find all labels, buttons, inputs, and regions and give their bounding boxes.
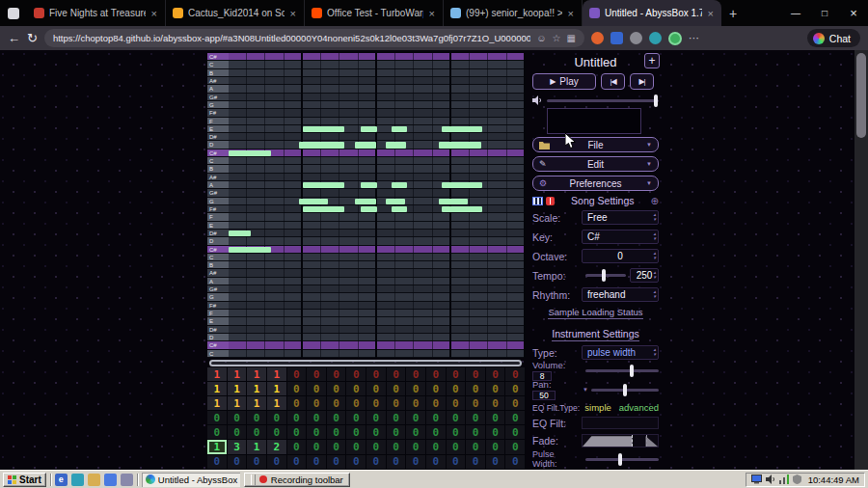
note[interactable] — [299, 142, 344, 148]
pattern-cell[interactable]: 0 — [228, 411, 248, 425]
spinner-icon[interactable]: ▴▾ — [653, 347, 656, 357]
pattern-cell[interactable]: 0 — [486, 367, 506, 382]
pattern-cell[interactable]: 0 — [447, 396, 467, 411]
instrument-type-select[interactable]: pulse width ▴▾ — [582, 345, 659, 360]
pitch-row[interactable] — [229, 293, 526, 301]
pattern-cell[interactable]: 0 — [466, 411, 486, 425]
pattern-cell[interactable]: 0 — [247, 455, 267, 470]
pattern-cell[interactable]: 0 — [486, 440, 506, 454]
pitch-row[interactable] — [229, 285, 526, 293]
pattern-cell[interactable]: 0 — [366, 367, 387, 382]
pattern-cell[interactable]: 0 — [327, 411, 347, 425]
pattern-cell[interactable]: 0 — [287, 425, 308, 440]
pattern-cell[interactable]: 0 — [466, 382, 486, 396]
note[interactable] — [442, 206, 482, 212]
quick-launch-icon-1[interactable]: e — [55, 474, 68, 486]
note[interactable] — [392, 126, 407, 132]
pattern-cell[interactable]: 0 — [466, 396, 486, 411]
tab-close-icon[interactable]: × — [707, 8, 715, 19]
note[interactable] — [303, 206, 344, 212]
pattern-cell[interactable]: 0 — [327, 382, 347, 396]
scale-select[interactable]: Free ▴▾ — [582, 210, 659, 225]
pattern-cell[interactable]: 0 — [366, 396, 387, 411]
note[interactable] — [229, 247, 271, 253]
pattern-cell[interactable]: 0 — [505, 367, 526, 382]
rhythm-select[interactable]: freehand ▴▾ — [582, 287, 659, 302]
prev-bar-button[interactable]: |◀ — [601, 73, 625, 90]
pitch-row[interactable] — [229, 269, 526, 277]
spinner-icon[interactable]: ▴▾ — [653, 270, 656, 280]
pattern-cell[interactable]: 0 — [387, 411, 407, 425]
minimize-button[interactable]: — — [781, 0, 810, 26]
pattern-cell[interactable]: 1 — [228, 396, 248, 411]
pattern-cell[interactable]: 0 — [307, 455, 327, 470]
note[interactable] — [355, 142, 376, 148]
pitch-row[interactable] — [229, 149, 526, 157]
settings-menu-icon[interactable]: ⋯ — [689, 32, 699, 44]
fade-editor[interactable] — [582, 434, 659, 447]
chat-button[interactable]: Chat — [807, 29, 860, 47]
pattern-cell[interactable]: 1 — [207, 440, 228, 454]
pattern-cell[interactable]: 0 — [327, 367, 347, 382]
monitor-icon[interactable] — [751, 474, 762, 484]
note[interactable] — [392, 182, 407, 188]
extension-icon-2[interactable] — [610, 32, 623, 44]
reload-button[interactable]: ↻ — [27, 32, 38, 44]
pattern-cell[interactable]: 0 — [207, 411, 228, 425]
song-settings-gear-icon[interactable]: ⊕ — [651, 196, 659, 206]
pitch-row[interactable] — [229, 350, 526, 358]
pattern-cell[interactable]: 0 — [366, 440, 387, 454]
pattern-cell[interactable]: 0 — [287, 411, 308, 425]
pitch-row[interactable] — [229, 326, 526, 334]
pulse-width-slider[interactable] — [585, 458, 659, 461]
pitch-row[interactable] — [229, 101, 526, 109]
pattern-cell[interactable]: 0 — [327, 440, 347, 454]
pattern-cell[interactable]: 1 — [228, 382, 248, 396]
pattern-cell[interactable]: 0 — [346, 396, 366, 411]
pattern-cell[interactable]: 0 — [287, 382, 308, 396]
note[interactable] — [355, 199, 376, 204]
maximize-button[interactable]: □ — [810, 0, 839, 26]
note[interactable] — [386, 142, 406, 148]
pattern-cell[interactable]: 0 — [366, 411, 387, 425]
pattern-cell[interactable]: 0 — [466, 425, 486, 440]
pitch-row[interactable] — [229, 334, 526, 341]
pattern-cell[interactable]: 0 — [447, 367, 467, 382]
tab-close-icon[interactable]: × — [289, 8, 297, 19]
pattern-cell[interactable]: 0 — [406, 382, 426, 396]
pattern-cell[interactable]: 2 — [267, 440, 287, 454]
pattern-cell[interactable]: 0 — [307, 382, 327, 396]
tab-close-icon[interactable]: × — [428, 8, 436, 19]
pattern-cell[interactable]: 0 — [387, 396, 407, 411]
pattern-cell[interactable]: 0 — [466, 367, 486, 382]
pitch-row[interactable] — [229, 341, 526, 349]
pattern-cell[interactable]: 0 — [207, 455, 228, 470]
pattern-cell[interactable]: 1 — [267, 367, 287, 382]
pattern-cell[interactable]: 0 — [366, 425, 387, 440]
pattern-cell[interactable]: 0 — [387, 367, 407, 382]
profile-avatar[interactable] — [668, 32, 682, 45]
edit-menu-button[interactable]: ✎ Edit ▼ — [532, 156, 659, 172]
pattern-cell[interactable]: 0 — [207, 425, 228, 440]
spinner-icon[interactable]: ▴▾ — [653, 289, 656, 299]
pattern-cell[interactable]: 1 — [228, 367, 248, 382]
note[interactable] — [361, 206, 377, 212]
note[interactable] — [442, 126, 482, 132]
pattern-cell[interactable]: 0 — [505, 396, 526, 411]
pattern-cell[interactable]: 0 — [426, 411, 447, 425]
pan-value[interactable]: 50 — [532, 391, 556, 400]
pattern-cell[interactable]: 0 — [346, 367, 366, 382]
pattern-cell[interactable]: 0 — [406, 455, 426, 470]
pitch-row[interactable] — [229, 222, 526, 230]
pattern-cell[interactable]: 0 — [486, 382, 506, 396]
browser-tab[interactable]: Five Nights at Treasure Island:× — [27, 0, 166, 26]
note[interactable] — [386, 199, 405, 204]
pitch-row[interactable] — [229, 310, 526, 317]
favorites-star-icon[interactable]: ☆ — [552, 33, 560, 43]
pattern-cell[interactable]: 0 — [505, 440, 526, 454]
spinner-icon[interactable]: ▴▾ — [653, 231, 656, 241]
pattern-cell[interactable]: 0 — [426, 425, 447, 440]
pattern-cell[interactable]: 1 — [207, 382, 228, 396]
pitch-row[interactable] — [229, 174, 526, 181]
pattern-cell[interactable]: 0 — [346, 455, 366, 470]
